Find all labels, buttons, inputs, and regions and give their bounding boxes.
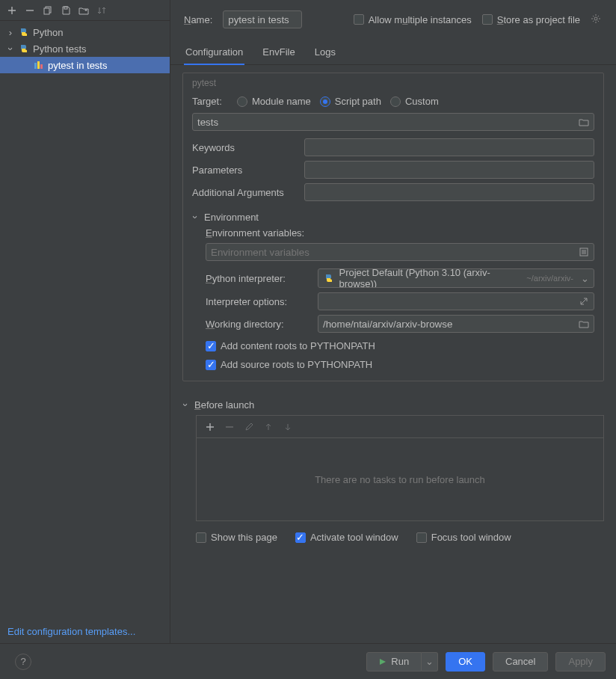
folder-icon[interactable] (78, 4, 90, 16)
svg-rect-1 (44, 8, 49, 14)
tab-envfile[interactable]: EnvFile (261, 42, 296, 64)
apply-button[interactable]: Apply (555, 652, 606, 672)
additional-args-input[interactable] (304, 183, 594, 201)
pytest-section-title: pytest (192, 78, 594, 88)
interp-opts-input[interactable] (318, 292, 594, 310)
config-header: Name: Allow multiple instances Store as … (170, 0, 616, 36)
interpreter-label: Python interpreter: (206, 273, 310, 284)
play-icon (379, 658, 386, 666)
workdir-label: Working directory: (206, 319, 310, 330)
config-tree: › Python › Python tests pytest in tests (0, 21, 170, 620)
chevron-down-icon: › (5, 44, 16, 53)
remove-icon[interactable] (24, 4, 36, 16)
run-button[interactable]: Run (366, 652, 422, 672)
chevron-down-icon: ⌄ (581, 273, 589, 284)
tasks-empty-text: There are no tasks to run before launch (315, 474, 485, 485)
ok-button[interactable]: OK (446, 652, 485, 672)
add-icon[interactable] (6, 4, 18, 16)
script-path-input[interactable] (192, 113, 594, 131)
tree-label: pytest in tests (48, 60, 107, 71)
target-label: Target: (192, 96, 228, 107)
python-icon (18, 26, 30, 38)
checkbox-icon (196, 532, 206, 543)
keywords-label: Keywords (192, 142, 297, 153)
add-icon[interactable] (204, 421, 216, 433)
target-custom-radio[interactable]: Custom (390, 96, 439, 107)
target-module-radio[interactable]: Module name (237, 96, 311, 107)
name-input[interactable] (223, 10, 302, 28)
dialog-button-bar: ? Run ⌄ OK Cancel Apply (0, 643, 616, 679)
parameters-input[interactable] (304, 161, 594, 179)
tree-node-python-tests[interactable]: › Python tests (0, 40, 170, 57)
allow-multiple-checkbox[interactable]: Allow multiple instances (354, 14, 472, 25)
svg-rect-3 (34, 63, 37, 69)
environment-section-toggle[interactable]: › Environment (191, 212, 594, 223)
run-dropdown[interactable]: ⌄ (422, 652, 438, 672)
radio-icon (237, 96, 247, 107)
chevron-right-icon: › (6, 27, 15, 38)
expand-icon[interactable] (578, 295, 590, 307)
checkbox-icon: ✓ (295, 532, 306, 543)
svg-rect-2 (64, 7, 67, 9)
svg-point-6 (594, 17, 597, 20)
radio-icon (320, 96, 330, 107)
envvars-input[interactable] (206, 243, 594, 261)
python-icon (18, 43, 30, 55)
keywords-input[interactable] (304, 138, 594, 156)
pytest-section: pytest Target: Module name Script path C… (182, 73, 604, 381)
up-icon[interactable] (262, 421, 274, 433)
tree-label: Python tests (33, 43, 87, 55)
tree-node-python[interactable]: › Python (0, 24, 170, 40)
remove-icon[interactable] (224, 421, 235, 433)
interp-opts-label: Interpreter options: (206, 296, 310, 307)
before-launch-toggle[interactable]: › Before launch (181, 399, 604, 411)
store-as-project-checkbox[interactable]: Store as project file (482, 14, 580, 25)
workdir-input[interactable] (318, 315, 594, 333)
tab-configuration[interactable]: Configuration (184, 42, 244, 65)
svg-rect-5 (40, 64, 43, 69)
checkbox-icon (416, 532, 427, 543)
folder-icon[interactable] (578, 116, 590, 128)
checkbox-icon: ✓ (206, 341, 216, 351)
tasks-toolbar (196, 415, 604, 437)
pytest-icon (33, 59, 45, 71)
edit-icon[interactable] (243, 421, 255, 433)
list-icon[interactable] (578, 246, 590, 258)
focus-tool-window-checkbox[interactable]: Focus tool window (416, 532, 511, 543)
tasks-list: There are no tasks to run before launch (196, 437, 604, 521)
content-panel: Name: Allow multiple instances Store as … (170, 0, 616, 643)
name-label: Name: (184, 14, 212, 25)
tabbar: Configuration EnvFile Logs (170, 42, 616, 65)
copy-icon[interactable] (42, 4, 54, 16)
tree-label: Python (33, 27, 63, 38)
activate-tool-window-checkbox[interactable]: ✓Activate tool window (295, 532, 398, 543)
add-content-roots-checkbox[interactable]: ✓ Add content roots to PYTHONPATH (206, 340, 594, 351)
gear-icon[interactable] (591, 13, 603, 25)
envvars-label: Environment variables: (206, 227, 310, 239)
run-button-group: Run ⌄ (366, 652, 438, 672)
add-source-roots-checkbox[interactable]: ✓ Add source roots to PYTHONPATH (206, 359, 594, 370)
svg-rect-4 (37, 61, 40, 69)
show-this-page-checkbox[interactable]: Show this page (196, 532, 277, 543)
tree-node-pytest-in-tests[interactable]: pytest in tests (0, 57, 170, 73)
chevron-down-icon: › (190, 213, 201, 222)
sidebar-panel: › Python › Python tests pytest in tests … (0, 0, 170, 643)
python-icon (323, 272, 335, 284)
chevron-down-icon: › (180, 401, 191, 410)
sort-icon[interactable] (96, 4, 108, 16)
folder-icon[interactable] (578, 318, 590, 330)
radio-icon (390, 96, 401, 107)
checkbox-icon (354, 14, 364, 25)
sidebar-toolbar (0, 0, 170, 21)
down-icon[interactable] (282, 421, 294, 433)
interpreter-select[interactable]: Project Default (Python 3.10 (arxiv-brow… (318, 268, 594, 288)
save-icon[interactable] (60, 4, 72, 16)
additional-args-label: Additional Arguments (192, 187, 297, 198)
checkbox-icon: ✓ (206, 360, 216, 370)
help-button[interactable]: ? (15, 654, 31, 670)
cancel-button[interactable]: Cancel (493, 652, 548, 672)
edit-templates-link[interactable]: Edit configuration templates... (0, 620, 170, 643)
checkbox-icon (482, 14, 493, 25)
target-script-radio[interactable]: Script path (320, 96, 381, 107)
tab-logs[interactable]: Logs (313, 42, 337, 64)
